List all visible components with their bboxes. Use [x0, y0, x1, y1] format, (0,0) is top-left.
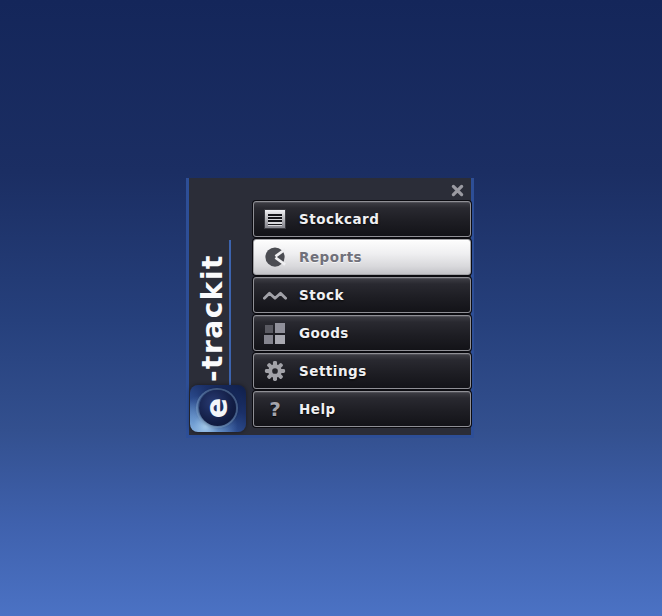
help-question-icon: ? — [262, 399, 288, 419]
settings-gear-icon — [262, 360, 288, 382]
desktop-background: -trackit e Stockcard — [0, 0, 662, 616]
goods-square — [275, 335, 285, 344]
menu-item-reports[interactable]: Reports — [253, 239, 471, 275]
goods-square — [265, 325, 273, 333]
logo-letter: e — [202, 398, 232, 418]
menu-item-label: Stockcard — [299, 211, 379, 227]
menu-item-goods[interactable]: Goods — [253, 315, 471, 351]
menu-item-settings[interactable]: Settings — [253, 353, 471, 389]
close-x-icon — [451, 184, 464, 197]
menu-item-help[interactable]: ? Help — [253, 391, 471, 427]
goods-square — [264, 335, 273, 344]
brand-vertical-text: -trackit — [195, 240, 231, 392]
menu-item-label: Goods — [299, 325, 349, 341]
logo-circle: e — [199, 390, 236, 426]
menu-item-label: Stock — [299, 287, 344, 303]
menu-item-label: Help — [299, 401, 336, 417]
menu-item-stock[interactable]: Stock — [253, 277, 471, 313]
goods-square — [275, 323, 285, 333]
etrackit-menu-panel: -trackit e Stockcard — [186, 178, 474, 438]
brand-text-label: -trackit — [199, 240, 231, 392]
stockcard-document-icon — [262, 210, 288, 228]
close-button[interactable] — [448, 182, 466, 198]
menu-item-stockcard[interactable]: Stockcard — [253, 201, 471, 237]
goods-blocks-icon — [262, 323, 288, 344]
menu-item-label: Reports — [299, 249, 362, 265]
reports-pie-chart-icon — [262, 246, 288, 268]
stock-zigzag-chart-icon — [262, 287, 288, 304]
etrackit-logo: e — [190, 385, 246, 432]
menu-item-label: Settings — [299, 363, 367, 379]
main-menu: Stockcard Reports Stoc — [253, 201, 471, 429]
